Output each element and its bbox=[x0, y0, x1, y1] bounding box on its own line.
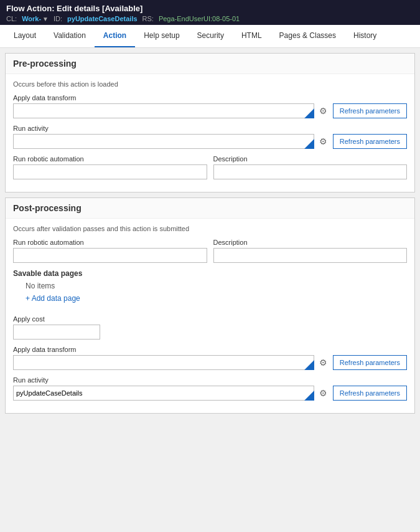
main-content: Pre-processing Occurs before this action… bbox=[0, 48, 420, 424]
apply-data-transform-input-row: ⚙ Refresh parameters bbox=[13, 103, 407, 118]
apply-data-transform-row: Apply data transform ⚙ Refresh parameter… bbox=[13, 94, 407, 118]
apply-data-transform-arrow-icon[interactable] bbox=[304, 108, 314, 118]
post-apply-data-transform-arrow-icon[interactable] bbox=[304, 360, 314, 370]
postprocessing-body: Occurs after validation passes and this … bbox=[6, 219, 414, 413]
post-apply-data-transform-wrapper bbox=[13, 355, 314, 370]
post-robotic-label: Run robotic automation bbox=[13, 239, 207, 246]
post-run-activity-input[interactable] bbox=[13, 386, 314, 401]
savable-data-pages-section: Savable data pages No items + Add data p… bbox=[13, 269, 407, 309]
post-run-activity-gear-icon[interactable]: ⚙ bbox=[318, 387, 329, 399]
cl-arrow-icon: ▼ bbox=[42, 16, 49, 22]
run-activity-input-wrapper bbox=[13, 134, 314, 149]
robotic-automation-col: Run robotic automation bbox=[13, 155, 207, 179]
preprocessing-body: Occurs before this action is loaded Appl… bbox=[6, 74, 414, 192]
nav-tabs: Layout Validation Action Help setup Secu… bbox=[0, 25, 420, 48]
postprocessing-header: Post-processing bbox=[6, 198, 414, 219]
title-bar: Flow Action: Edit details [Available] CL… bbox=[0, 0, 420, 25]
post-robotic-col: Run robotic automation bbox=[13, 239, 207, 263]
tab-html[interactable]: HTML bbox=[233, 25, 271, 47]
apply-data-transform-gear-icon[interactable]: ⚙ bbox=[318, 105, 329, 116]
apply-cost-row: Apply cost bbox=[13, 315, 407, 340]
refresh-params-btn-1[interactable]: Refresh parameters bbox=[333, 103, 407, 118]
robotic-automation-label: Run robotic automation bbox=[13, 155, 207, 163]
refresh-params-btn-3[interactable]: Refresh parameters bbox=[333, 355, 407, 370]
robotic-automation-input[interactable] bbox=[13, 164, 207, 179]
tab-helpsetup[interactable]: Help setup bbox=[135, 25, 188, 47]
window-title: Flow Action: Edit details [Available] bbox=[6, 4, 414, 13]
cl-value: Work- bbox=[22, 15, 41, 22]
id-label: ID: bbox=[54, 15, 62, 22]
preprocessing-desc: Occurs before this action is loaded bbox=[13, 80, 407, 88]
run-activity-label: Run activity bbox=[13, 125, 407, 132]
run-activity-row: Run activity ⚙ Refresh parameters bbox=[13, 125, 407, 149]
cl-dropdown[interactable]: Work- ▼ bbox=[22, 15, 49, 22]
post-description-col: Description bbox=[213, 239, 408, 263]
post-run-activity-row: Run activity ⚙ Refresh parameters bbox=[13, 376, 407, 401]
tab-action[interactable]: Action bbox=[95, 25, 135, 47]
post-apply-data-transform-label: Apply data transform bbox=[13, 346, 407, 353]
post-apply-data-transform-gear-icon[interactable]: ⚙ bbox=[318, 357, 329, 368]
post-description-label: Description bbox=[213, 239, 408, 246]
run-activity-arrow-icon[interactable] bbox=[304, 139, 314, 149]
postprocessing-section: Post-processing Occurs after validation … bbox=[5, 197, 415, 414]
rs-label: RS: bbox=[142, 15, 154, 22]
post-run-activity-wrapper bbox=[13, 386, 314, 401]
apply-cost-label: Apply cost bbox=[13, 315, 407, 323]
run-activity-input[interactable] bbox=[13, 134, 314, 149]
rs-value: Pega-EndUserUI:08-05-01 bbox=[159, 15, 240, 22]
post-apply-data-transform-input[interactable] bbox=[13, 355, 314, 370]
savable-data-pages-label: Savable data pages bbox=[13, 269, 407, 278]
refresh-params-btn-4[interactable]: Refresh parameters bbox=[333, 386, 407, 401]
post-apply-data-transform-input-row: ⚙ Refresh parameters bbox=[13, 355, 407, 370]
apply-data-transform-label: Apply data transform bbox=[13, 94, 407, 102]
preprocessing-header: Pre-processing bbox=[6, 54, 414, 74]
tab-security[interactable]: Security bbox=[189, 25, 233, 47]
postprocessing-desc: Occurs after validation passes and this … bbox=[13, 225, 407, 232]
apply-data-transform-input[interactable] bbox=[13, 103, 314, 118]
robotic-desc-row: Run robotic automation Description bbox=[13, 155, 407, 179]
add-data-page-link[interactable]: + Add data page bbox=[26, 294, 80, 303]
tab-pages-classes[interactable]: Pages & Classes bbox=[271, 25, 345, 47]
post-description-input[interactable] bbox=[213, 248, 408, 263]
apply-cost-input[interactable] bbox=[13, 325, 100, 340]
preprocessing-section: Pre-processing Occurs before this action… bbox=[5, 53, 415, 192]
description-label: Description bbox=[213, 155, 408, 163]
no-items-text: No items bbox=[26, 282, 407, 290]
description-input[interactable] bbox=[213, 164, 408, 179]
cl-label: CL: bbox=[6, 15, 17, 22]
run-activity-input-row: ⚙ Refresh parameters bbox=[13, 134, 407, 149]
refresh-params-btn-2[interactable]: Refresh parameters bbox=[333, 134, 407, 149]
post-robotic-desc-row: Run robotic automation Description bbox=[13, 239, 407, 263]
id-value: pyUpdateCaseDetails bbox=[67, 15, 138, 22]
run-activity-gear-icon[interactable]: ⚙ bbox=[318, 136, 329, 147]
post-run-activity-input-row: ⚙ Refresh parameters bbox=[13, 386, 407, 401]
post-run-activity-label: Run activity bbox=[13, 376, 407, 384]
tab-validation[interactable]: Validation bbox=[45, 25, 95, 47]
apply-data-transform-input-wrapper bbox=[13, 103, 314, 118]
tab-layout[interactable]: Layout bbox=[5, 25, 45, 47]
description-col: Description bbox=[213, 155, 408, 179]
post-apply-data-transform-row: Apply data transform ⚙ Refresh parameter… bbox=[13, 346, 407, 370]
post-robotic-input[interactable] bbox=[13, 248, 207, 263]
tab-history[interactable]: History bbox=[345, 25, 385, 47]
post-run-activity-arrow-icon[interactable] bbox=[304, 391, 314, 401]
meta-row: CL: Work- ▼ ID: pyUpdateCaseDetails RS: … bbox=[6, 15, 414, 22]
